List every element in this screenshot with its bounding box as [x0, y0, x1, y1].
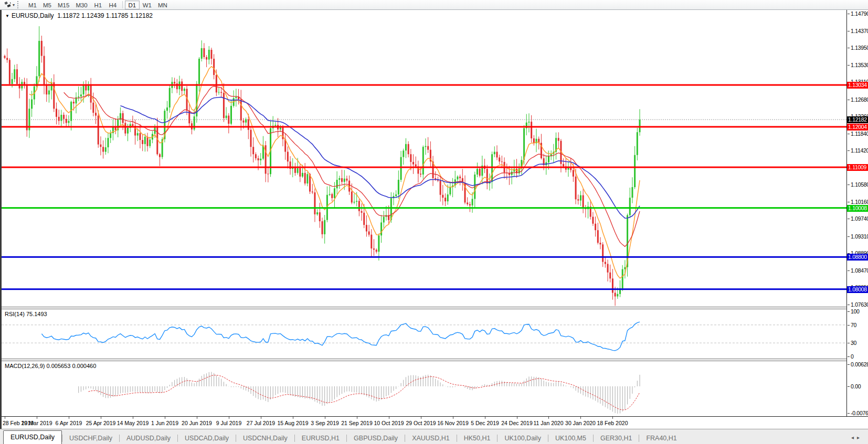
price-tick-mark	[848, 185, 850, 185]
rsi-scale-label: 0	[851, 353, 854, 360]
rsi-line	[41, 322, 640, 351]
date-tick-mark	[165, 417, 165, 419]
date-tick-mark	[485, 417, 485, 419]
timeframe-h1-button[interactable]: H1	[91, 1, 105, 9]
price-tick-label: 1.14370	[851, 28, 868, 34]
timeframe-mn-button[interactable]: MN	[155, 1, 171, 9]
chart-tab-usdcad-daily[interactable]: USDCAD,Daily	[178, 433, 236, 444]
chart-tab-uk100-daily[interactable]: UK100,Daily	[497, 433, 547, 444]
price-tick-mark	[848, 134, 850, 134]
date-tick-mark	[197, 417, 197, 419]
date-tick-label: 11 Jan 2020	[533, 420, 563, 426]
price-tick-label: 1.11420	[851, 147, 868, 154]
chart-tab-hk50-h1[interactable]: HK50,H1	[457, 433, 497, 444]
date-tick-mark	[421, 417, 421, 419]
chart-tab-xauusd-h1[interactable]: XAUUSD,H1	[405, 433, 457, 444]
date-tick-mark	[548, 417, 549, 419]
price-tick-mark	[848, 100, 850, 100]
date-tick-label: 3 Sep 2019	[311, 420, 339, 426]
price-tick-label: 1.12680	[851, 96, 868, 103]
level-price-badge: 1.10008	[847, 205, 868, 212]
rsi-scale-label: 30	[851, 340, 856, 346]
horizontal-level-line[interactable]	[2, 126, 846, 127]
date-tick-label: 15 Aug 2019	[278, 420, 309, 426]
price-tick-mark	[848, 202, 850, 202]
rsi-scale-label: 100	[851, 308, 860, 315]
rsi-label: RSI(14) 75.1493	[5, 311, 47, 317]
date-tick-label: 10 Oct 2019	[374, 420, 404, 426]
date-tick-mark	[357, 417, 357, 419]
date-tick-mark	[389, 417, 389, 419]
chart-tab-gbpusd-daily[interactable]: GBPUSD,Daily	[347, 433, 405, 444]
chart-window: ▼EURUSD,Daily 1.11872 1.12439 1.11785 1.…	[0, 10, 868, 429]
date-tick-mark	[261, 417, 261, 419]
chart-tab-eurusd-daily[interactable]: EURUSD,Daily	[3, 430, 62, 444]
level-price-badge: 1.08008	[847, 286, 868, 293]
rsi-indicator-plot[interactable]: RSI(14) 75.1493	[2, 309, 846, 359]
fast-ma-line	[29, 67, 640, 278]
price-tick-label: 1.11840	[851, 131, 868, 137]
level-price-badge: 1.11009	[847, 164, 868, 171]
date-tick-label: 27 Jul 2019	[247, 420, 275, 426]
macd-scale-label: 0.006287	[851, 361, 868, 367]
chart-title: ▼EURUSD,Daily 1.11872 1.12439 1.11785 1.…	[5, 12, 153, 19]
horizontal-level-line[interactable]	[2, 207, 846, 209]
timeframe-m30-button[interactable]: M30	[72, 1, 90, 9]
date-tick-label: 18 Feb 2020	[597, 420, 628, 426]
chart-tabbar: EURUSD,DailyUSDCHF,DailyAUDUSD,DailyUSDC…	[0, 429, 868, 444]
chart-tab-uk100-m5[interactable]: UK100,M5	[548, 433, 593, 444]
charts-dropdown-caret-icon[interactable]: ▾	[13, 3, 15, 7]
date-tick-mark	[37, 417, 37, 419]
price-tick-mark	[848, 219, 850, 219]
charts-icon[interactable]	[2, 1, 13, 9]
chart-tab-audusd-daily[interactable]: AUDUSD,Daily	[120, 433, 177, 444]
timeframe-d1-button[interactable]: D1	[125, 1, 140, 9]
symbol-dropdown-icon[interactable]: ▼	[5, 14, 9, 18]
price-axis[interactable]: 1.147901.143701.139501.135301.131101.126…	[846, 10, 868, 416]
chart-tab-fra40-h1[interactable]: FRA40,H1	[639, 433, 683, 444]
horizontal-level-line[interactable]	[2, 84, 846, 86]
current-price-badge: 1.12182	[847, 116, 868, 123]
timeframe-m5-button[interactable]: M5	[40, 1, 55, 9]
macd-label: MACD(12,26,9) 0.005653 0.000460	[5, 363, 96, 369]
horizontal-level-line[interactable]	[2, 256, 846, 258]
date-tick-mark	[229, 417, 229, 419]
timeframe-m15-button[interactable]: M15	[55, 1, 72, 9]
level-price-badge: 1.13034	[847, 82, 868, 89]
timeframe-m1-button[interactable]: M1	[25, 1, 40, 9]
level-price-badge: 1.12004	[847, 124, 868, 131]
date-tick-label: 14 May 2019	[117, 420, 149, 426]
main-chart-plot[interactable]: ▼EURUSD,Daily 1.11872 1.12439 1.11785 1.…	[2, 10, 846, 307]
price-tick-label: 1.10580	[851, 181, 868, 188]
macd-scale-label: 0.00	[851, 383, 861, 389]
tab-scroll-right-icon[interactable]: ▸	[857, 435, 863, 440]
chart-tab-usdchf-daily[interactable]: USDCHF,Daily	[62, 433, 119, 444]
horizontal-level-line[interactable]	[2, 288, 846, 290]
date-tick-mark	[580, 417, 581, 419]
chart-tab-ger30-h1[interactable]: GER30,H1	[594, 433, 639, 444]
date-tick-mark	[517, 417, 517, 419]
date-tick-mark	[325, 417, 325, 419]
date-tick-mark	[5, 417, 5, 419]
timeframe-h4-button[interactable]: H4	[105, 1, 120, 9]
macd-scale-label: -0.007658	[851, 410, 868, 416]
price-tick-label: 1.08470	[851, 267, 868, 274]
toolbar-grip[interactable]	[17, 1, 22, 8]
mid-ma-line	[64, 86, 640, 247]
date-tick-mark	[133, 417, 133, 419]
timeframe-w1-button[interactable]: W1	[140, 1, 155, 9]
macd-indicator-plot[interactable]: MACD(12,26,9) 0.005653 0.000460	[2, 361, 846, 416]
date-tick-mark	[101, 417, 101, 419]
price-tick-mark	[848, 236, 850, 237]
price-tick-label: 1.07630	[851, 301, 868, 308]
price-tick-mark	[848, 150, 850, 151]
price-tick-mark	[848, 65, 850, 66]
date-axis[interactable]: 28 Feb 201919 Mar 20196 Apr 201925 Apr 2…	[2, 416, 868, 429]
chart-tab-eurusd-h1[interactable]: EURUSD,H1	[295, 433, 346, 444]
price-tick-label: 1.13530	[851, 62, 868, 68]
horizontal-level-line[interactable]	[2, 167, 846, 168]
date-tick-label: 24 Dec 2019	[501, 420, 533, 426]
chart-ohlc-values: 1.11872 1.12439 1.11785 1.12182	[57, 12, 153, 19]
tab-scroll-left-icon[interactable]: ◂	[851, 435, 857, 440]
chart-tab-usdcnh-daily[interactable]: USDCNH,Daily	[236, 433, 294, 444]
